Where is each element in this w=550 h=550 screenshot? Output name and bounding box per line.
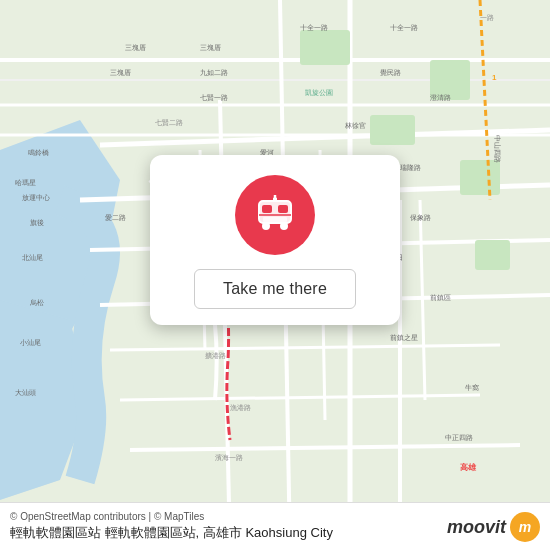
svg-text:牛窩: 牛窩: [465, 384, 479, 391]
svg-text:九如二路: 九如二路: [200, 69, 228, 77]
moovit-icon-letter: m: [519, 519, 531, 535]
svg-text:放運中心: 放運中心: [22, 194, 50, 202]
take-me-there-button[interactable]: Take me there: [194, 269, 356, 309]
svg-text:林徐官: 林徐官: [344, 122, 366, 129]
svg-text:高雄: 高雄: [460, 462, 477, 472]
svg-text:1: 1: [492, 73, 497, 82]
svg-text:中正四路: 中正四路: [445, 434, 473, 441]
bottom-bar: © OpenStreetMap contributors | © MapTile…: [0, 502, 550, 550]
svg-text:三塊厝: 三塊厝: [110, 69, 131, 76]
svg-text:哈瑪星: 哈瑪星: [15, 179, 36, 186]
svg-rect-74: [262, 205, 272, 213]
moovit-icon: m: [510, 512, 540, 542]
svg-text:愛二路: 愛二路: [105, 214, 126, 221]
svg-point-77: [262, 222, 270, 230]
svg-text:七賢二路: 七賢二路: [155, 119, 183, 127]
svg-text:鳴鈴橋: 鳴鈴橋: [28, 149, 49, 156]
svg-text:前鎮區: 前鎮區: [430, 294, 451, 302]
transit-station-icon: [251, 191, 299, 239]
map-container: 七賢二路 五福四路 五福三路 夢時代 擴港路 漁港路 濱海一路 鳴鈴橋 哈瑪星 …: [0, 0, 550, 550]
svg-rect-24: [460, 160, 500, 195]
svg-text:保象路: 保象路: [410, 214, 431, 221]
svg-text:瑞隆路: 瑞隆路: [400, 164, 421, 171]
svg-text:擴港路: 擴港路: [205, 352, 226, 360]
svg-text:旗後: 旗後: [30, 219, 44, 227]
moovit-logo: moovit m: [447, 512, 540, 542]
svg-rect-81: [263, 217, 287, 222]
moovit-brand-name: moovit: [447, 517, 506, 538]
svg-text:澄清路: 澄清路: [430, 94, 451, 101]
svg-text:十全一路: 十全一路: [390, 24, 418, 31]
svg-text:濱海一路: 濱海一路: [215, 454, 243, 462]
svg-rect-75: [278, 205, 288, 213]
location-card: Take me there: [150, 155, 400, 325]
svg-text:凱旋公園: 凱旋公園: [305, 89, 333, 96]
svg-text:烏松: 烏松: [29, 299, 44, 306]
svg-rect-21: [300, 30, 350, 65]
svg-point-78: [280, 222, 288, 230]
svg-text:中山四路: 中山四路: [494, 135, 501, 163]
svg-text:三塊厝: 三塊厝: [125, 44, 146, 51]
svg-text:北汕尾: 北汕尾: [22, 254, 43, 262]
svg-text:小汕尾: 小汕尾: [20, 339, 41, 347]
svg-text:三塊厝: 三塊厝: [200, 44, 221, 51]
svg-text:漁港路: 漁港路: [230, 404, 251, 411]
location-name: 輕軌軟體園區站 輕軌軟體園區站, 高雄市 Kaohsiung City: [10, 524, 333, 542]
svg-text:七賢一路: 七賢一路: [200, 94, 228, 102]
svg-rect-25: [475, 240, 510, 270]
transit-icon-container: [235, 175, 315, 255]
svg-text:一路: 一路: [480, 14, 494, 21]
svg-rect-22: [370, 115, 415, 145]
svg-text:十全一路: 十全一路: [300, 24, 328, 31]
svg-text:前鎮之星: 前鎮之星: [390, 334, 418, 342]
svg-text:大汕頭: 大汕頭: [15, 389, 36, 397]
svg-text:覺民路: 覺民路: [380, 69, 401, 76]
